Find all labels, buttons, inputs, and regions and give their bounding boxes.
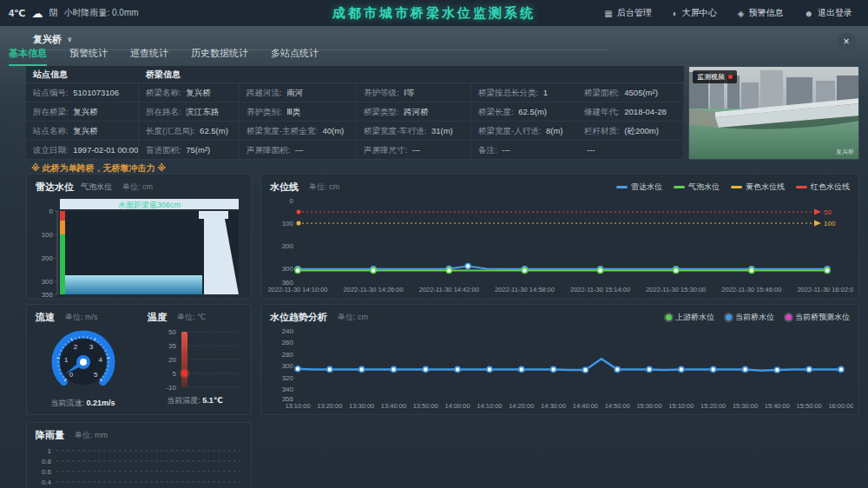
info-cell-label: 养护类别: (247, 107, 282, 116)
legend-item[interactable]: 红色水位线 (796, 181, 850, 193)
legend-item[interactable]: 黄色水位线 (731, 181, 785, 193)
svg-text:14:30:00: 14:30:00 (541, 402, 566, 410)
info-cell-label: 栏杆材质: (584, 126, 620, 135)
info-cell-value: Ⅲ类 (286, 107, 300, 116)
svg-text:15:00:00: 15:00:00 (636, 402, 661, 410)
top-menu-item[interactable]: ☻ 退出登录 (804, 7, 852, 19)
svg-text:15:20:00: 15:20:00 (700, 402, 726, 410)
top-menu-item[interactable]: ◐ 大屏中心 (673, 7, 717, 19)
info-cell-label: 站点编号: (33, 88, 69, 97)
info-cell-value: 62.5(m) (200, 126, 228, 135)
info-cell: 声屏障尺寸: --- (357, 141, 471, 160)
info-cell-label: 声屏障尺寸: (364, 145, 407, 155)
info-cell-value: 8(m) (546, 126, 563, 135)
info-cell-value: 南河 (286, 88, 303, 97)
radar-panel-unit: 单位: cm (122, 181, 153, 193)
bridge-info-header: 桥梁信息 (139, 66, 240, 83)
info-cell: 所在路名: 滨江东路 (139, 102, 240, 122)
info-cell: --- (577, 141, 684, 160)
svg-text:2022-11-30 14:26:00: 2022-11-30 14:26:00 (344, 286, 404, 293)
top-menu-item[interactable]: ▦ 后台管理 (604, 7, 651, 19)
info-cell-label: 设立日期: (33, 145, 69, 155)
svg-text:13:20:00: 13:20:00 (317, 402, 342, 410)
tab[interactable]: 历史数据统计 (191, 47, 248, 66)
info-cell-label: 跨越河流: (247, 88, 282, 97)
legend-label: 当前桥预测水位 (795, 312, 850, 323)
camera-video-thumbnail[interactable]: 监测视频 复兴桥 (688, 66, 859, 160)
rainfall-panel: 降雨量 单位: mm 10.80.60.40.2 (26, 422, 252, 488)
trend-panel: 水位趋势分析 单位: cm 上游桥水位 当前桥水位 (260, 304, 859, 415)
svg-text:5: 5 (93, 371, 97, 379)
tab[interactable]: 基本信息 (9, 47, 47, 66)
legend-item[interactable]: 上游桥水位 (666, 312, 714, 323)
station-info-header: 站点信息 (26, 66, 139, 83)
radar-panel-title: 雷达水位 (36, 181, 74, 194)
legend-label: 雷达水位 (631, 181, 662, 193)
tab[interactable]: 多站点统计 (271, 47, 319, 66)
svg-text:20: 20 (168, 356, 176, 364)
svg-text:水面距梁底306cm: 水面距梁底306cm (118, 201, 181, 209)
svg-text:240: 240 (282, 327, 294, 335)
info-cell: 桥梁宽度-人行道: 8(m) (471, 122, 577, 141)
info-cell-value: --- (587, 145, 595, 155)
info-cell-value: Ⅰ等 (404, 88, 414, 97)
svg-text:14:10:00: 14:10:00 (477, 402, 502, 410)
svg-text:15:50:00: 15:50:00 (797, 402, 822, 410)
svg-text:13:50:00: 13:50:00 (413, 402, 438, 410)
rainfall-chart: 10.80.60.40.2 (34, 445, 246, 488)
svg-text:0.6: 0.6 (42, 468, 52, 476)
menu-item-label: 预警信息 (748, 7, 783, 19)
cloud-icon: ☁ (31, 7, 43, 20)
bridge-selector-dropdown[interactable]: 复兴桥 ∨ (33, 33, 73, 46)
info-cell-label: 桥梁按总长分类: (478, 88, 538, 97)
tab[interactable]: 巡查统计 (130, 47, 168, 66)
menu-item-label: 大屏中心 (682, 7, 717, 19)
info-cell: 桥梁名称: 复兴桥 (139, 83, 240, 102)
info-cell-label: 站点名称: (33, 126, 69, 135)
info-cell: 所在桥梁: 复兴桥 (26, 102, 139, 122)
trend-chart: 24026028030032034035613:10:0013:20:0013:… (268, 326, 853, 414)
svg-text:35: 35 (168, 342, 176, 350)
svg-text:340: 340 (282, 386, 294, 393)
info-cell: 站点名称: 复兴桥 (26, 122, 139, 141)
info-cell-label: 修建年代: (584, 107, 620, 116)
temperature: 4℃ (9, 8, 25, 19)
rain-unit: 单位: mm (75, 430, 108, 441)
weather-condition: 阴 (49, 7, 57, 19)
legend-item[interactable]: 雷达水位 (616, 181, 662, 193)
legend-label: 当前桥水位 (735, 312, 774, 323)
trend-title: 水位趋势分析 (270, 311, 327, 324)
menu-icon: ☻ (804, 9, 813, 18)
svg-text:-10: -10 (166, 384, 176, 392)
info-cell: 站点编号: 5101073106 (26, 83, 139, 102)
tab-label: 巡查统计 (130, 48, 168, 58)
svg-text:3: 3 (89, 343, 93, 351)
info-cell: 跨越河流: 南河 (240, 83, 357, 102)
thermometer: 5035205-10 (141, 326, 249, 394)
legend-item[interactable]: 当前桥水位 (726, 312, 774, 323)
info-grid: 站点编号: 5101073106 桥梁名称: 复兴桥 跨越河流: 南河 (26, 83, 684, 160)
svg-text:0.4: 0.4 (42, 478, 52, 486)
info-cell: 桥梁按总长分类: 1 (471, 83, 577, 102)
legend-item[interactable]: 气泡水位 (674, 181, 720, 193)
tab[interactable]: 预警统计 (69, 47, 108, 66)
svg-text:2022-11-30 15:30:00: 2022-11-30 15:30:00 (646, 286, 706, 293)
info-cell-value: --- (502, 145, 510, 155)
info-cell: 栏杆材质: (砼200m) (577, 122, 684, 141)
svg-text:2022-11-30 15:14:00: 2022-11-30 15:14:00 (570, 286, 630, 293)
waterline-panel: 水位线 单位: cm 雷达水位 气泡水位 (260, 174, 859, 300)
tab-bar: 基本信息 预警统计 巡查统计 历史数据统计 多站点统计 (9, 47, 319, 66)
legend-label: 上游桥水位 (675, 312, 714, 323)
info-cell-value: 5101073106 (73, 88, 119, 97)
svg-text:280: 280 (282, 351, 294, 359)
app-window: 4℃ ☁ 阴 小时降雨量: 0.0mm 成都市城市桥梁水位监测系统 ▦ 后台管理… (0, 0, 868, 488)
svg-text:300: 300 (282, 265, 294, 273)
menu-icon: ◐ (673, 9, 678, 18)
svg-text:50: 50 (168, 328, 176, 336)
menu-icon: ▦ (604, 9, 612, 18)
gauges-panel: 流速 单位: m/s 012345 当前流速: 0.21m/s 温度 单位: ℃… (26, 304, 252, 415)
svg-text:0.8: 0.8 (42, 458, 52, 465)
top-menu-item[interactable]: ◈ 预警信息 (738, 7, 784, 19)
close-button[interactable]: × (837, 33, 856, 52)
legend-item[interactable]: 当前桥预测水位 (786, 312, 850, 323)
